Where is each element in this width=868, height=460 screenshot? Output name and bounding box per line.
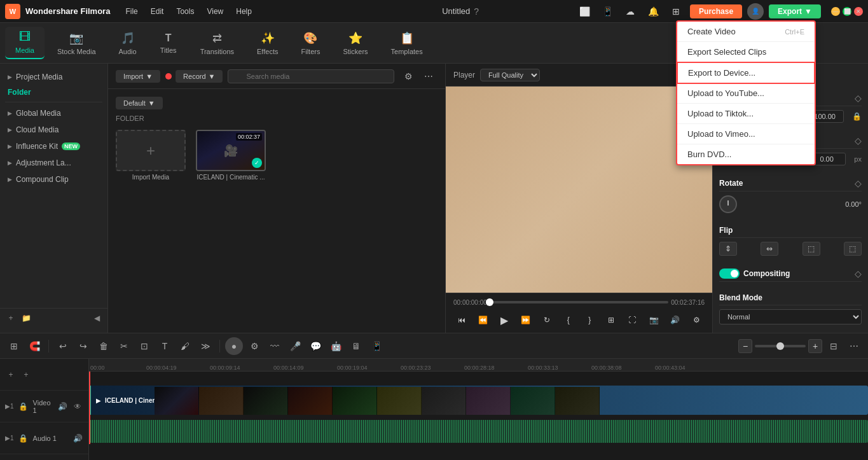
monitor-icon[interactable]: ⬜ [575,3,593,20]
go-to-start-button[interactable]: ⏮ [453,311,470,329]
timeline-paint-button[interactable]: 🖌 [176,337,194,355]
timeline-settings-button[interactable]: ⚙ [245,337,263,355]
timeline-wave-button[interactable]: 〰 [266,337,284,355]
audio-clip[interactable] [89,420,868,443]
close-button[interactable]: ✕ [854,7,863,16]
play-button[interactable]: ▶ [496,311,513,329]
sidebar-item-compound-clip[interactable]: ▶ Compound Clip [0,171,107,188]
upload-youtube-item[interactable]: Upload to YouTube... [677,83,815,104]
flip-vertical-button[interactable]: ⇔ [761,242,778,256]
export-button[interactable]: Export ▼ [769,4,821,18]
default-view-button[interactable]: Default ▼ [116,97,163,109]
sidebar-item-cloud-media[interactable]: ▶ Cloud Media [0,122,107,138]
audio-volume-button[interactable]: 🔊 [72,433,83,444]
audio-lock-button[interactable]: 🔒 [18,433,29,444]
step-back-button[interactable]: ⏪ [475,311,492,329]
video-clip[interactable]: ▶ ICELAND | Cinematic Video [89,386,868,415]
timeline-grid-button[interactable]: ⊞ [5,337,23,355]
more-options-icon[interactable]: ⋯ [420,67,437,85]
iceland-media-item[interactable]: 🎥 00:02:37 ✓ ICELAND | Cinematic ... [196,130,266,181]
sidebar-item-global-media[interactable]: ▶ Global Media [0,105,107,122]
timeline-caption-button[interactable]: 💬 [307,337,324,355]
purchase-button[interactable]: Purchase [690,4,742,18]
export-selected-item[interactable]: Export Selected Clips [677,42,815,62]
sidebar-item-folder[interactable]: Folder [0,85,107,99]
tab-stock-media[interactable]: 📷 Stock Media [47,27,106,59]
extract-frame-button[interactable]: ⊞ [603,311,619,329]
record-button[interactable]: Record ▼ [176,70,223,83]
loop-button[interactable]: ↻ [539,311,555,329]
tab-filters[interactable]: 🎨 Filters [291,27,330,59]
timeline-overflow-button[interactable]: ⋯ [845,337,863,355]
media-search-input[interactable] [228,69,394,83]
tab-templates[interactable]: 📋 Templates [381,27,433,59]
scale-keyframe-button[interactable]: ◇ [855,93,862,103]
track-volume-button[interactable]: 🔊 [57,401,68,412]
position-keyframe-button[interactable]: ◇ [855,136,862,146]
settings-button[interactable]: ⚙ [688,311,705,329]
menu-view[interactable]: View [207,7,223,16]
track-visible-button[interactable]: 👁 [72,401,83,412]
tab-titles[interactable]: T Titles [149,29,188,58]
timeline-crop-button[interactable]: ⊡ [135,337,153,355]
player-progress-thumb[interactable] [486,298,493,306]
import-button[interactable]: Import ▼ [116,70,160,83]
player-progress-bar[interactable] [490,301,668,303]
step-forward-button[interactable]: ⏩ [518,311,534,329]
upload-tiktok-item[interactable]: Upload to Tiktok... [677,104,815,124]
zoom-out-button[interactable]: − [738,339,752,353]
tab-audio[interactable]: 🎵 Audio [109,27,147,59]
camera-button[interactable]: 📷 [645,311,662,329]
bell-icon[interactable]: 🔔 [644,3,662,20]
timeline-text-button[interactable]: T [156,337,174,355]
timeline-mic-button[interactable]: 🎤 [286,337,304,355]
add-video-track-button[interactable]: + [5,369,17,380]
menu-tools[interactable]: Tools [176,7,194,16]
zoom-slider[interactable] [755,345,806,347]
timeline-screen-button[interactable]: 🖥 [347,337,365,355]
maximize-button[interactable]: ⬜ [843,7,851,16]
compositing-toggle[interactable] [719,268,740,279]
add-audio-track-button[interactable]: + [20,369,32,380]
rotate-keyframe-button[interactable]: ◇ [855,178,862,188]
rotate-dial[interactable] [719,195,737,213]
import-media-item[interactable]: + Import Media [116,130,186,181]
flip-option3-button[interactable]: ⬚ [803,242,820,256]
track-lock-button[interactable]: 🔒 [18,401,29,412]
compositing-keyframe-button[interactable]: ◇ [855,268,862,279]
phone-icon[interactable]: 📱 [598,3,616,20]
timeline-more-button[interactable]: ≫ [196,337,214,355]
timeline-record-button[interactable]: ● [225,337,243,355]
playhead[interactable] [89,372,90,444]
tab-transitions[interactable]: ⇄ Transitions [190,27,244,59]
timeline-undo-button[interactable]: ↩ [54,337,72,355]
quality-select[interactable]: Full Quality [480,69,540,81]
collapse-sidebar-button[interactable]: ◀ [91,312,102,324]
export-device-item[interactable]: Export to Device... [677,62,815,84]
timeline-delete-button[interactable]: 🗑 [95,337,113,355]
menu-help[interactable]: Help [236,7,252,16]
upload-vimeo-item[interactable]: Upload to Vimeo... [677,124,815,144]
filter-icon[interactable]: ⚙ [399,67,417,85]
timeline-ai-button[interactable]: 🤖 [327,337,345,355]
tab-effects[interactable]: ✨ Effects [247,27,288,59]
help-icon[interactable]: ? [474,6,479,17]
tab-media[interactable]: 🎞 Media [5,27,45,59]
flip-option4-button[interactable]: ⬚ [844,242,862,256]
flip-horizontal-button[interactable]: ⇕ [719,242,737,256]
sidebar-item-project-media[interactable]: ▶ Project Media [0,69,107,85]
minimize-button[interactable]: — [831,7,840,16]
timeline-magnet-button[interactable]: 🧲 [25,337,43,355]
fullscreen-button[interactable]: ⛶ [624,311,641,329]
menu-file[interactable]: File [125,7,137,16]
timeline-mobile-button[interactable]: 📱 [368,337,385,355]
cloud-icon[interactable]: ☁ [621,3,639,20]
add-folder-button[interactable]: 📁 [20,312,32,324]
timeline-cut-button[interactable]: ✂ [115,337,133,355]
sidebar-item-adjustment[interactable]: ▶ Adjustment La... [0,155,107,171]
lock-icon[interactable]: 🔒 [852,112,862,121]
menu-edit[interactable]: Edit [151,7,164,16]
opacity-keyframe-button[interactable]: ◇ [855,332,862,333]
create-video-item[interactable]: Create Video Ctrl+E [677,22,815,42]
out-point-button[interactable]: } [582,311,598,329]
